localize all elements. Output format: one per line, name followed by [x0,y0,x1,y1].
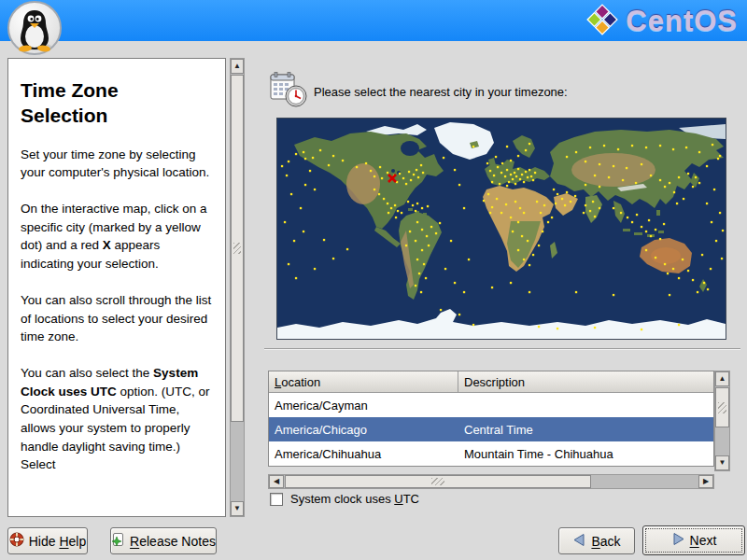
installer-window: CentOS Time Zone Selection Set your time… [0,0,747,560]
life-buoy-icon [9,532,24,550]
scroll-up-button[interactable]: ▲ [715,371,729,386]
cell-location: America/Cayman [269,393,458,417]
scroll-thumb[interactable] [285,475,591,488]
cell-description: Mountain Time - Chihuahua [458,441,713,466]
table-vscrollbar[interactable]: ▲ ▼ [714,371,730,471]
back-arrow-icon [572,533,586,550]
help-paragraph: You can also select the System Clock use… [21,364,213,474]
release-notes-label: Release Notes [130,534,216,549]
table-row[interactable]: America/ChihuahuaMountain Time - Chihuah… [269,441,713,466]
scroll-left-button[interactable]: ◀ [269,475,284,488]
calendar-clock-icon [269,95,308,111]
cell-location: America/Chihuahua [269,441,458,466]
table-hscrollbar[interactable]: ◀ ▶ [268,474,714,489]
cell-description [458,393,713,417]
scroll-right-button[interactable]: ▶ [698,475,713,488]
utc-checkbox-label[interactable]: System clock uses UTC [290,492,419,506]
brand-name: CentOS [626,5,738,38]
table-header: Location Description [269,371,713,393]
help-paragraph: Set your time zone by selecting your com… [21,146,213,182]
table-row[interactable]: America/Cayman [269,393,713,417]
help-scrollbar[interactable]: ▲ ▼ [230,58,245,517]
help-paragraph: You can also scroll through the list of … [21,291,213,346]
scroll-up-button[interactable]: ▲ [231,59,244,74]
page-title: Time Zone Selection [21,77,161,129]
content-separator [264,348,740,350]
utc-checkbox[interactable] [270,493,283,506]
cell-description: Central Time [458,417,713,441]
hide-help-button[interactable]: Hide Help [7,527,88,554]
timezone-prompt: Please select the nearest city in your t… [314,85,568,99]
world-map[interactable] [276,118,726,340]
timezone-table: Location Description America/CaymanAmeri… [268,371,714,467]
table-rows: America/CaymanAmerica/ChicagoCentral Tim… [269,393,713,466]
help-paragraphs: Set your time zone by selecting your com… [21,146,213,475]
help-paragraph: On the interactive map, click on a speci… [21,200,213,273]
timezone-prompt-icon-wrap [269,71,308,112]
release-notes-button[interactable]: Release Notes [110,527,217,554]
tux-logo [7,1,62,55]
next-button[interactable]: Next [642,525,745,555]
hide-help-label: Hide Help [29,534,87,549]
next-label: Next [690,533,717,548]
help-panel: Time Zone Selection Set your time zone b… [7,58,226,517]
centos-pinwheel-icon [585,3,619,40]
back-button[interactable]: Back [558,527,635,554]
back-label: Back [591,534,620,549]
release-notes-icon [111,532,125,550]
scroll-thumb[interactable] [231,75,244,422]
scroll-down-button[interactable]: ▼ [715,455,729,470]
scroll-down-button[interactable]: ▼ [231,501,244,516]
scroll-thumb[interactable] [715,387,729,427]
column-header-description[interactable]: Description [458,371,713,393]
column-header-location[interactable]: Location [269,371,458,393]
next-arrow-icon [671,532,685,549]
cell-location: America/Chicago [269,417,458,441]
centos-brand: CentOS [585,3,738,40]
utc-checkbox-row: System clock uses UTC [270,492,419,506]
table-row[interactable]: America/ChicagoCentral Time [269,417,713,441]
